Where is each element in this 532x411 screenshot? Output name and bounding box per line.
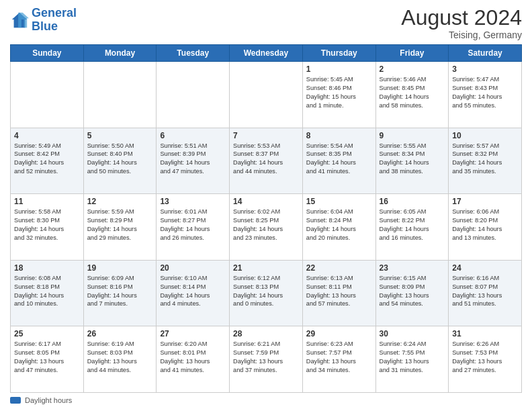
day-number: 26 [87,329,153,338]
calendar-cell: 20Sunrise: 6:10 AM Sunset: 8:14 PM Dayli… [157,260,230,326]
day-info: Sunrise: 6:21 AM Sunset: 7:59 PM Dayligh… [233,340,299,375]
day-number: 10 [452,131,518,140]
calendar-cell: 8Sunrise: 5:54 AM Sunset: 8:35 PM Daylig… [302,128,375,194]
day-number: 15 [306,197,372,206]
logo-text: General Blue [32,7,77,34]
day-info: Sunrise: 6:23 AM Sunset: 7:57 PM Dayligh… [306,340,372,375]
day-number: 6 [160,131,226,140]
calendar-cell: 29Sunrise: 6:23 AM Sunset: 7:57 PM Dayli… [302,326,375,393]
day-info: Sunrise: 5:51 AM Sunset: 8:39 PM Dayligh… [160,142,226,177]
day-number: 8 [306,131,372,140]
header: General Blue August 2024 Teising, German… [10,7,522,40]
day-number: 22 [306,263,372,273]
day-info: Sunrise: 5:50 AM Sunset: 8:40 PM Dayligh… [87,142,153,177]
day-info: Sunrise: 6:04 AM Sunset: 8:24 PM Dayligh… [306,208,372,242]
calendar-cell: 15Sunrise: 6:04 AM Sunset: 8:24 PM Dayli… [302,194,375,261]
day-info: Sunrise: 5:57 AM Sunset: 8:32 PM Dayligh… [452,142,518,177]
daylight-bar-icon [10,397,21,404]
month-title: August 2024 [401,7,522,28]
logo: General Blue [10,7,77,34]
day-number: 30 [380,329,445,338]
day-info: Sunrise: 5:53 AM Sunset: 8:37 PM Dayligh… [233,142,299,177]
day-info: Sunrise: 6:20 AM Sunset: 8:01 PM Dayligh… [160,340,226,375]
calendar-header-saturday: Saturday [449,45,522,62]
logo-icon [10,11,29,30]
day-number: 1 [306,64,372,74]
calendar-cell: 21Sunrise: 6:12 AM Sunset: 8:13 PM Dayli… [230,260,303,326]
day-number: 5 [87,131,153,140]
title-block: August 2024 Teising, Germany [401,7,522,40]
day-number: 12 [87,197,153,206]
logo-line2: Blue [32,19,58,33]
day-number: 31 [452,329,518,338]
day-number: 19 [87,263,153,273]
footer: Daylight hours [10,396,522,404]
day-info: Sunrise: 6:13 AM Sunset: 8:11 PM Dayligh… [306,274,372,309]
calendar-header-row: SundayMondayTuesdayWednesdayThursdayFrid… [11,45,522,62]
day-number: 21 [233,263,299,273]
day-number: 11 [14,197,80,206]
day-info: Sunrise: 5:46 AM Sunset: 8:45 PM Dayligh… [380,75,445,110]
calendar-cell: 16Sunrise: 6:05 AM Sunset: 8:22 PM Dayli… [375,194,449,261]
day-info: Sunrise: 5:49 AM Sunset: 8:42 PM Dayligh… [14,142,80,177]
calendar-header-friday: Friday [375,45,449,62]
day-number: 16 [380,197,445,206]
day-number: 29 [306,329,372,338]
calendar-cell: 7Sunrise: 5:53 AM Sunset: 8:37 PM Daylig… [230,128,303,194]
calendar-cell: 5Sunrise: 5:50 AM Sunset: 8:40 PM Daylig… [83,128,157,194]
day-info: Sunrise: 6:19 AM Sunset: 8:03 PM Dayligh… [87,340,153,375]
day-info: Sunrise: 6:17 AM Sunset: 8:05 PM Dayligh… [14,340,80,375]
calendar-cell: 24Sunrise: 6:16 AM Sunset: 8:07 PM Dayli… [449,260,522,326]
day-number: 28 [233,329,299,338]
day-info: Sunrise: 6:16 AM Sunset: 8:07 PM Dayligh… [452,274,518,309]
calendar-cell: 13Sunrise: 6:01 AM Sunset: 8:27 PM Dayli… [157,194,230,261]
day-number: 3 [452,64,518,74]
calendar-cell: 9Sunrise: 5:55 AM Sunset: 8:34 PM Daylig… [375,128,449,194]
day-info: Sunrise: 5:47 AM Sunset: 8:43 PM Dayligh… [452,75,518,110]
calendar-cell: 23Sunrise: 6:15 AM Sunset: 8:09 PM Dayli… [375,260,449,326]
calendar-cell: 28Sunrise: 6:21 AM Sunset: 7:59 PM Dayli… [230,326,303,393]
calendar-cell [11,62,84,128]
calendar-cell: 1Sunrise: 5:45 AM Sunset: 8:46 PM Daylig… [302,62,375,128]
logo-line1: General [32,6,77,19]
calendar-week-4: 18Sunrise: 6:08 AM Sunset: 8:18 PM Dayli… [11,260,522,326]
day-info: Sunrise: 6:08 AM Sunset: 8:18 PM Dayligh… [14,274,80,309]
day-info: Sunrise: 5:45 AM Sunset: 8:46 PM Dayligh… [306,75,372,110]
day-info: Sunrise: 6:06 AM Sunset: 8:20 PM Dayligh… [452,208,518,242]
calendar-cell: 17Sunrise: 6:06 AM Sunset: 8:20 PM Dayli… [449,194,522,261]
day-number: 17 [452,197,518,206]
calendar-cell: 2Sunrise: 5:46 AM Sunset: 8:45 PM Daylig… [375,62,449,128]
day-number: 14 [233,197,299,206]
calendar-cell: 31Sunrise: 6:26 AM Sunset: 7:53 PM Dayli… [449,326,522,393]
footer-legend: Daylight hours [25,396,72,404]
day-number: 2 [380,64,445,74]
calendar-cell: 30Sunrise: 6:24 AM Sunset: 7:55 PM Dayli… [375,326,449,393]
day-info: Sunrise: 6:01 AM Sunset: 8:27 PM Dayligh… [160,208,226,242]
day-number: 4 [14,131,80,140]
calendar-cell: 18Sunrise: 6:08 AM Sunset: 8:18 PM Dayli… [11,260,84,326]
calendar-cell: 26Sunrise: 6:19 AM Sunset: 8:03 PM Dayli… [83,326,157,393]
calendar-cell: 3Sunrise: 5:47 AM Sunset: 8:43 PM Daylig… [449,62,522,128]
day-info: Sunrise: 5:54 AM Sunset: 8:35 PM Dayligh… [306,142,372,177]
calendar-header-sunday: Sunday [11,45,84,62]
calendar-cell: 12Sunrise: 5:59 AM Sunset: 8:29 PM Dayli… [83,194,157,261]
calendar-cell: 27Sunrise: 6:20 AM Sunset: 8:01 PM Dayli… [157,326,230,393]
location: Teising, Germany [401,30,522,40]
calendar-week-1: 1Sunrise: 5:45 AM Sunset: 8:46 PM Daylig… [11,62,522,128]
calendar-header-thursday: Thursday [302,45,375,62]
calendar-cell [83,62,157,128]
day-number: 9 [380,131,445,140]
calendar-header-wednesday: Wednesday [230,45,303,62]
day-number: 23 [380,263,445,273]
day-info: Sunrise: 6:02 AM Sunset: 8:25 PM Dayligh… [233,208,299,242]
day-info: Sunrise: 6:24 AM Sunset: 7:55 PM Dayligh… [380,340,445,375]
calendar-cell: 14Sunrise: 6:02 AM Sunset: 8:25 PM Dayli… [230,194,303,261]
calendar-cell: 11Sunrise: 5:58 AM Sunset: 8:30 PM Dayli… [11,194,84,261]
calendar-cell: 22Sunrise: 6:13 AM Sunset: 8:11 PM Dayli… [302,260,375,326]
day-number: 25 [14,329,80,338]
day-number: 20 [160,263,226,273]
day-number: 27 [160,329,226,338]
day-number: 24 [452,263,518,273]
day-info: Sunrise: 5:58 AM Sunset: 8:30 PM Dayligh… [14,208,80,242]
day-info: Sunrise: 6:12 AM Sunset: 8:13 PM Dayligh… [233,274,299,309]
